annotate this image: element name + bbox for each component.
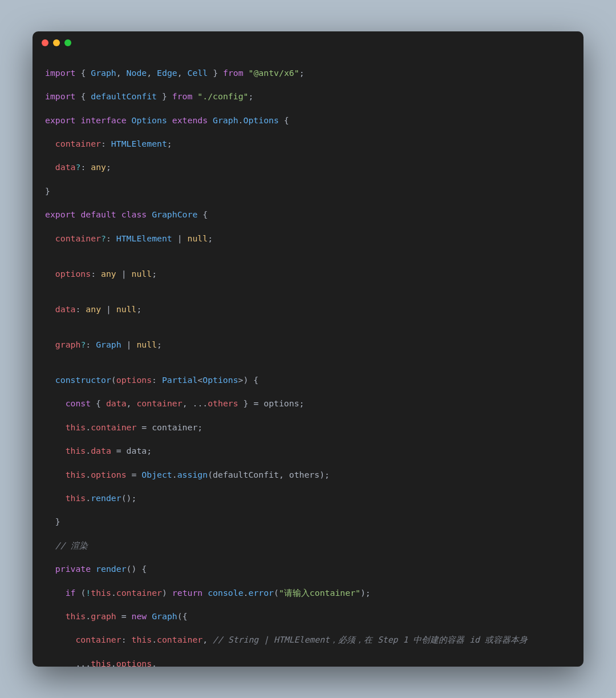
code-window: import { Graph, Node, Edge, Cell } from … bbox=[33, 31, 583, 667]
code-editor[interactable]: import { Graph, Node, Edge, Cell } from … bbox=[33, 50, 583, 667]
window-titlebar bbox=[33, 31, 583, 50]
zoom-icon[interactable] bbox=[64, 39, 71, 46]
minimize-icon[interactable] bbox=[53, 39, 60, 46]
close-icon[interactable] bbox=[42, 39, 48, 46]
